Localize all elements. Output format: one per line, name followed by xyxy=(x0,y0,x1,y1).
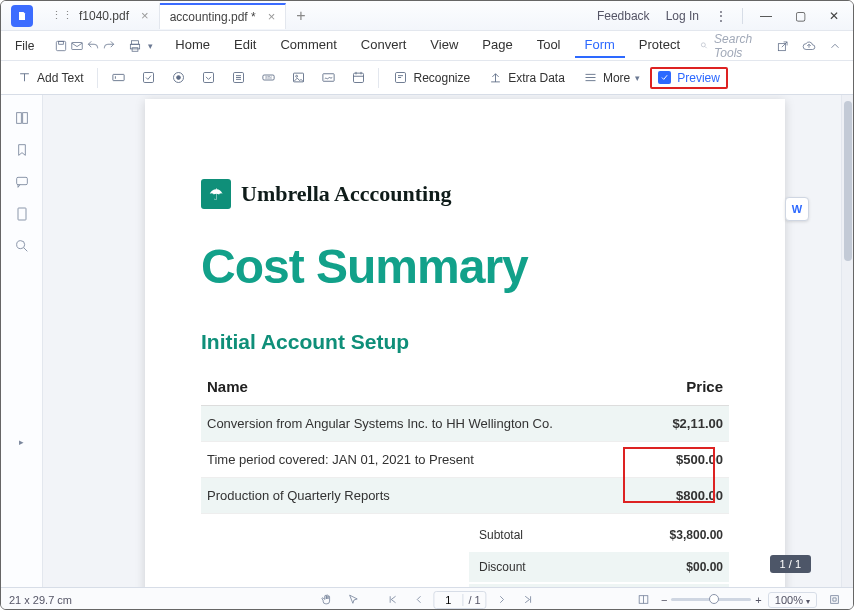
checkbox-field-icon[interactable] xyxy=(134,65,162,91)
select-tool-icon[interactable] xyxy=(341,590,363,610)
page-number-input[interactable]: / 1 xyxy=(433,591,486,609)
menu-page[interactable]: Page xyxy=(472,33,522,58)
reading-mode-icon[interactable] xyxy=(633,590,655,610)
new-tab-button[interactable]: + xyxy=(286,7,315,25)
undo-icon[interactable] xyxy=(86,34,100,58)
listbox-field-icon[interactable] xyxy=(224,65,252,91)
close-icon[interactable]: × xyxy=(141,8,149,23)
expand-sidebar-icon[interactable]: ▸ xyxy=(19,437,24,447)
add-text-button[interactable]: Add Text xyxy=(9,65,91,91)
menu-edit[interactable]: Edit xyxy=(224,33,266,58)
login-link[interactable]: Log In xyxy=(660,5,705,27)
document-title: Cost Summary xyxy=(201,239,729,294)
search-tools[interactable]: Search Tools xyxy=(694,30,763,62)
radio-field-icon[interactable] xyxy=(164,65,192,91)
last-page-icon[interactable] xyxy=(517,590,539,610)
company-logo-icon: ☂ xyxy=(201,179,231,209)
left-sidebar: ▸ xyxy=(1,95,43,587)
mail-icon[interactable] xyxy=(70,34,84,58)
svg-rect-1 xyxy=(59,41,64,44)
search-panel-icon[interactable] xyxy=(7,231,37,261)
table-row: Time period covered: JAN 01, 2021 to Pre… xyxy=(201,442,729,478)
zoom-knob[interactable] xyxy=(709,594,719,604)
save-icon[interactable] xyxy=(54,34,68,58)
text-field-icon[interactable] xyxy=(104,65,132,91)
preview-toggle-highlighted[interactable]: Preview xyxy=(650,67,728,89)
svg-rect-8 xyxy=(113,74,124,80)
page-dimensions: 21 x 29.7 cm xyxy=(9,594,72,606)
close-icon[interactable]: × xyxy=(268,9,276,24)
minimize-button[interactable]: — xyxy=(751,3,781,29)
document-canvas[interactable]: ☂ Umbrella Acccounting Cost Summary Init… xyxy=(43,95,853,587)
recognize-button[interactable]: Recognize xyxy=(385,65,478,91)
svg-rect-0 xyxy=(57,41,66,50)
signature-field-icon[interactable] xyxy=(314,65,342,91)
word-icon: W xyxy=(792,203,802,215)
zoom-value[interactable]: 100% ▾ xyxy=(768,592,817,608)
hand-tool-icon[interactable] xyxy=(315,590,337,610)
tab-f1040[interactable]: ⋮⋮ f1040.pdf × xyxy=(41,3,160,29)
menu-home[interactable]: Home xyxy=(165,33,220,58)
cloud-upload-icon[interactable] xyxy=(797,34,821,58)
svg-rect-24 xyxy=(18,208,26,220)
file-menu[interactable]: File xyxy=(7,35,42,57)
svg-point-25 xyxy=(16,241,24,249)
extra-data-button[interactable]: Extra Data xyxy=(480,65,573,91)
more-button[interactable]: More ▾ xyxy=(575,65,648,91)
svg-point-6 xyxy=(701,43,705,47)
thumbnails-icon[interactable] xyxy=(7,103,37,133)
button-field-icon[interactable]: BTN xyxy=(254,65,282,91)
page-current-field[interactable] xyxy=(434,594,462,606)
prev-page-icon[interactable] xyxy=(407,590,429,610)
first-page-icon[interactable] xyxy=(381,590,403,610)
fit-page-icon[interactable] xyxy=(823,590,845,610)
form-toolbar: Add Text BTN Recognize Extra Data More ▾… xyxy=(1,61,853,95)
collapse-ribbon-icon[interactable] xyxy=(823,34,847,58)
svg-point-17 xyxy=(296,75,298,77)
print-icon[interactable] xyxy=(128,34,142,58)
redo-icon[interactable] xyxy=(102,34,116,58)
share-icon[interactable] xyxy=(771,34,795,58)
comments-panel-icon[interactable] xyxy=(7,167,37,197)
menu-view[interactable]: View xyxy=(420,33,468,58)
next-page-icon[interactable] xyxy=(491,590,513,610)
table-row: Production of Quarterly Reports $800.00 xyxy=(201,478,729,514)
svg-rect-2 xyxy=(72,42,83,49)
bookmarks-icon[interactable] xyxy=(7,135,37,165)
menu-form[interactable]: Form xyxy=(575,33,625,58)
image-field-icon[interactable] xyxy=(284,65,312,91)
page-indicator-overlay: 1 / 1 xyxy=(770,555,811,573)
statusbar: 21 x 29.7 cm / 1 − + 100% ▾ xyxy=(1,587,853,610)
menu-protect[interactable]: Protect xyxy=(629,33,690,58)
zoom-track[interactable] xyxy=(671,598,751,601)
menu-comment[interactable]: Comment xyxy=(270,33,346,58)
more-menu-icon[interactable]: ⋮ xyxy=(709,5,734,27)
svg-rect-5 xyxy=(132,47,138,51)
dropdown-field-icon[interactable] xyxy=(194,65,222,91)
attachments-icon[interactable] xyxy=(7,199,37,229)
tab-accounting[interactable]: accounting.pdf * × xyxy=(160,3,287,29)
zoom-in-icon[interactable]: + xyxy=(755,594,761,606)
pdf-page: ☂ Umbrella Acccounting Cost Summary Init… xyxy=(145,99,785,587)
close-window-button[interactable]: ✕ xyxy=(819,3,849,29)
zoom-slider[interactable]: − + xyxy=(661,594,762,606)
feedback-link[interactable]: Feedback xyxy=(591,5,656,27)
price-table: Name Price Conversion from Angular Syste… xyxy=(201,368,729,514)
menu-tool[interactable]: Tool xyxy=(527,33,571,58)
menu-convert[interactable]: Convert xyxy=(351,33,417,58)
app-logo-icon xyxy=(11,5,33,27)
scroll-thumb[interactable] xyxy=(844,101,852,261)
svg-rect-3 xyxy=(132,40,139,44)
col-price: Price xyxy=(650,368,729,406)
col-name: Name xyxy=(201,368,650,406)
print-dropdown-icon[interactable]: ▾ xyxy=(144,41,157,51)
date-field-icon[interactable] xyxy=(344,65,372,91)
maximize-button[interactable]: ▢ xyxy=(785,3,815,29)
section-heading: Initial Account Setup xyxy=(201,330,729,354)
zoom-out-icon[interactable]: − xyxy=(661,594,667,606)
word-export-badge[interactable]: W xyxy=(785,197,809,221)
vertical-scrollbar[interactable] xyxy=(841,95,853,587)
main-area: ▸ ☂ Umbrella Acccounting Cost Summary In… xyxy=(1,95,853,587)
svg-text:BTN: BTN xyxy=(265,76,271,80)
svg-point-11 xyxy=(177,76,181,80)
